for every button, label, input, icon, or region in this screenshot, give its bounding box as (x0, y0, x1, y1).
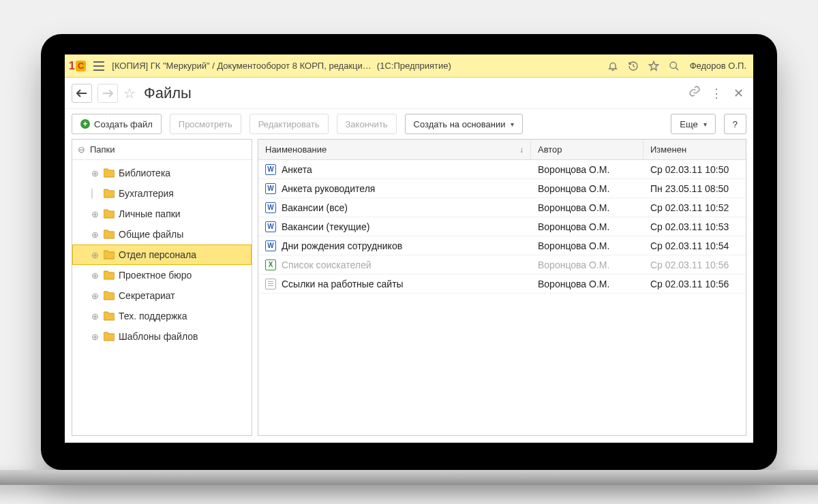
tree-item-label: Секретариат (119, 290, 175, 301)
file-author: Воронцова О.М. (531, 183, 643, 194)
tree-item[interactable]: ⊕Общие файлы (72, 224, 252, 245)
folder-icon (104, 311, 115, 321)
word-file-icon: W (265, 240, 276, 251)
expand-icon[interactable]: ⊕ (91, 311, 100, 321)
tree-item-label: Проектное бюро (119, 270, 192, 281)
link-icon[interactable] (686, 85, 703, 101)
expand-icon[interactable]: ⊕ (91, 270, 100, 281)
file-name: Анкета руководителя (282, 183, 375, 194)
file-name: Список соискателей (282, 259, 372, 270)
toolbar: + Создать файл Просмотреть Редактировать… (65, 109, 753, 139)
expand-icon[interactable]: ⊕ (91, 332, 100, 342)
expand-icon[interactable]: ⊕ (91, 250, 100, 260)
chevron-down-icon: ▾ (511, 121, 514, 128)
table-row[interactable]: WАнкетаВоронцова О.М.Ср 02.03.11 10:50 (258, 160, 746, 179)
file-name: Ссылки на работные сайты (282, 279, 404, 289)
star-icon[interactable] (646, 61, 661, 72)
expand-icon[interactable]: ⊕ (91, 291, 100, 301)
folder-icon (104, 332, 115, 341)
column-name[interactable]: Наименование ↓ (258, 140, 531, 159)
search-icon[interactable] (667, 61, 682, 72)
current-user[interactable]: Федоров О.П. (687, 61, 749, 71)
expand-icon[interactable]: ⊕ (91, 230, 100, 240)
table-row[interactable]: XСписок соискателейВоронцова О.М.Ср 02.0… (258, 255, 746, 274)
favorite-toggle-icon[interactable]: ☆ (123, 85, 136, 101)
laptop-frame: 1C [КОПИЯ] ГК "Меркурий" / Документообор… (41, 34, 777, 470)
file-modified: Ср 02.03.11 10:53 (643, 221, 746, 232)
create-file-button[interactable]: + Создать файл (72, 114, 162, 134)
tree-item[interactable]: ⊕Библиотека (72, 163, 252, 183)
table-row[interactable]: WВакансии (текущие)Воронцова О.М.Ср 02.0… (258, 217, 746, 236)
table-row[interactable]: WАнкета руководителяВоронцова О.М.Пн 23.… (258, 179, 746, 198)
word-file-icon: W (265, 183, 276, 194)
tree-item[interactable]: Бухгалтерия (72, 183, 252, 204)
column-author[interactable]: Автор (531, 140, 643, 159)
tree-item-label: Шаблоны файлов (119, 331, 198, 342)
file-modified: Ср 02.03.11 10:54 (643, 240, 746, 251)
more-vertical-icon[interactable]: ⋮ (708, 86, 725, 101)
tree-root-label: Папки (90, 144, 115, 155)
nav-back-button[interactable] (72, 84, 92, 103)
tree-item[interactable]: ⊕Проектное бюро (72, 265, 252, 285)
file-list: WАнкетаВоронцова О.М.Ср 02.03.11 10:50WА… (258, 160, 746, 294)
tree-item[interactable]: ⊕Шаблоны файлов (72, 326, 252, 347)
close-icon[interactable]: ✕ (730, 86, 746, 101)
folder-icon (104, 209, 115, 219)
text-file-icon (265, 279, 276, 289)
view-button: Просмотреть (170, 114, 241, 134)
finish-button: Закончить (337, 114, 397, 134)
expand-icon[interactable]: ⊕ (91, 209, 100, 219)
file-author: Воронцова О.М. (531, 279, 643, 289)
file-author: Воронцова О.М. (531, 202, 643, 213)
tree-item[interactable]: ⊕Секретариат (72, 285, 252, 306)
file-list-pane: Наименование ↓ Автор Изменен WАнкетаВоро… (258, 139, 746, 436)
tree-item-label: Отдел персонала (119, 249, 196, 260)
file-name: Вакансии (текущие) (282, 221, 369, 232)
file-name: Вакансии (все) (282, 202, 348, 213)
help-button[interactable]: ? (724, 114, 746, 134)
folder-icon (104, 168, 115, 178)
loading-icon[interactable] (91, 189, 100, 199)
main-area: ⊖ Папки ⊕БиблиотекаБухгалтерия⊕Личные па… (65, 139, 753, 443)
file-modified: Ср 02.03.11 10:50 (643, 164, 746, 175)
file-author: Воронцова О.М. (531, 221, 643, 232)
folder-icon (104, 270, 115, 280)
file-author: Воронцова О.М. (531, 164, 643, 175)
page-header: ☆ Файлы ⋮ ✕ (65, 78, 753, 109)
file-name: Дни рождения сотрудников (282, 240, 402, 251)
folder-tree-pane: ⊖ Папки ⊕БиблиотекаБухгалтерия⊕Личные па… (72, 139, 252, 436)
tree-item-label: Общие файлы (119, 229, 183, 240)
file-modified: Ср 02.03.11 10:56 (643, 259, 746, 270)
main-menu-icon[interactable] (91, 61, 106, 71)
file-author: Воронцова О.М. (531, 240, 643, 251)
sort-arrow-icon: ↓ (519, 145, 524, 155)
collapse-icon[interactable]: ⊖ (78, 144, 86, 155)
tree-item-label: Библиотека (119, 168, 170, 178)
expand-icon[interactable]: ⊕ (91, 168, 100, 178)
svg-point-0 (670, 62, 676, 68)
create-based-button[interactable]: Создать на основании▾ (405, 114, 524, 134)
table-row[interactable]: WВакансии (все)Воронцова О.М.Ср 02.03.11… (258, 198, 746, 217)
tree-item[interactable]: ⊕Тех. поддержка (72, 306, 252, 326)
file-name: Анкета (282, 164, 312, 175)
more-button[interactable]: Еще▾ (671, 114, 715, 134)
word-file-icon: W (265, 164, 276, 175)
table-row[interactable]: Ссылки на работные сайтыВоронцова О.М.Ср… (258, 274, 746, 294)
file-author: Воронцова О.М. (531, 259, 643, 270)
tree-root[interactable]: ⊖ Папки (72, 140, 252, 160)
chevron-down-icon: ▾ (703, 121, 707, 128)
edit-button: Редактировать (249, 114, 329, 134)
history-icon[interactable] (626, 61, 641, 72)
table-row[interactable]: WДни рождения сотрудниковВоронцова О.М.С… (258, 236, 746, 255)
folder-icon (104, 230, 115, 239)
bell-icon[interactable] (605, 61, 620, 72)
column-modified[interactable]: Изменен (643, 140, 746, 159)
tree-item[interactable]: ⊕Личные папки (72, 204, 252, 224)
tree-item[interactable]: ⊕Отдел персонала (72, 245, 252, 265)
folder-icon (104, 189, 115, 198)
folder-tree: ⊕БиблиотекаБухгалтерия⊕Личные папки⊕Общи… (72, 160, 252, 349)
page-title: Файлы (144, 84, 192, 102)
excel-file-icon: X (265, 259, 276, 270)
tree-item-label: Тех. поддержка (119, 311, 187, 321)
word-file-icon: W (265, 202, 276, 213)
